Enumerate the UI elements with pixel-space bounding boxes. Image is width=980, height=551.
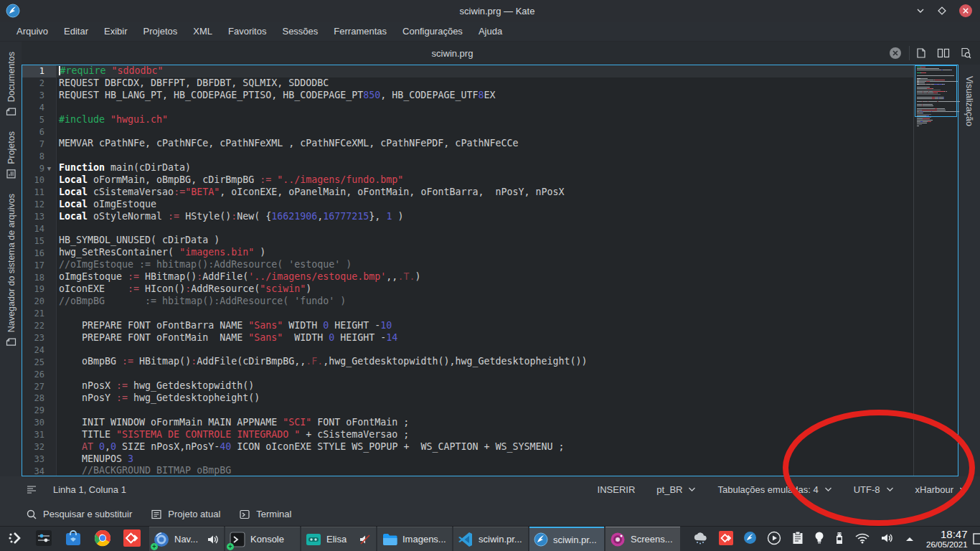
line-number[interactable]: 32 [22, 441, 56, 453]
toolview-pesquisar-e-substituir[interactable]: Pesquisar e substituir [26, 509, 132, 520]
code-line[interactable]: nPosX := hwg_Getdesktopwidth() [57, 380, 913, 392]
tray-expand-tray-icon[interactable] [905, 534, 915, 545]
launcher-chrome-icon[interactable] [94, 529, 111, 549]
task-nav-[interactable]: +Nav... [149, 527, 224, 551]
sidebar-tab-documentos[interactable]: Documentos [6, 44, 17, 124]
line-number[interactable]: 9▼ [22, 162, 56, 174]
code-line[interactable] [57, 308, 913, 320]
line-number[interactable]: 23 [22, 332, 56, 344]
menu-configurações[interactable]: Configurações [396, 23, 469, 39]
tray-kate-tray-icon[interactable] [743, 531, 757, 547]
launcher-anydesk-icon[interactable] [123, 529, 141, 549]
line-number[interactable]: 15 [22, 235, 56, 247]
task-sciwin-pr-[interactable]: sciwin.pr... [529, 527, 604, 551]
line-number[interactable]: 25 [22, 356, 56, 368]
maximize-button[interactable] [937, 6, 947, 16]
speaker-muted-icon[interactable] [359, 534, 372, 545]
line-number[interactable]: 27 [22, 380, 56, 392]
toolview-terminal[interactable]: Terminal [239, 509, 291, 520]
tab-close-icon[interactable] [889, 47, 902, 60]
line-number[interactable]: 26 [22, 368, 56, 380]
line-number[interactable]: 29 [22, 405, 56, 417]
code-line[interactable]: hwg_SetResContainer( "imagens.bin" ) [57, 247, 913, 259]
line-number[interactable]: 21 [22, 308, 56, 320]
status-pt-br[interactable]: pt_BR [656, 484, 696, 495]
line-number[interactable]: 17 [22, 259, 56, 271]
code-line[interactable] [57, 150, 913, 162]
task-sciwin-pr-[interactable]: sciwin.pr... [453, 527, 528, 551]
menu-editar[interactable]: Editar [57, 23, 95, 39]
launcher-kde-launcher-icon[interactable] [7, 530, 23, 548]
status-utf-8[interactable]: UTF-8 [854, 484, 894, 495]
menu-ferramentas[interactable]: Ferramentas [327, 23, 393, 39]
code-line[interactable] [57, 344, 913, 356]
code-line[interactable] [57, 405, 913, 417]
line-number[interactable]: 1 [22, 65, 56, 77]
line-number[interactable]: 14 [22, 223, 56, 235]
minimap-viewport[interactable] [915, 65, 957, 117]
code-line[interactable]: #include "hwgui.ch" [57, 114, 913, 126]
code-line[interactable]: MEMVAR cPathNFe, cPathNFCe, cPathNFeXML … [57, 138, 913, 150]
code-line[interactable]: oBmpBG := HBitmap():AddFile(cDirBmpBG,,.… [57, 356, 913, 368]
line-number[interactable]: 5 [22, 114, 56, 126]
close-button[interactable] [958, 4, 973, 18]
status-tabula-es-emuladas-4[interactable]: Tabulações emuladas: 4 [717, 484, 831, 495]
status-xharbour[interactable]: xHarbour [915, 484, 967, 495]
code-line[interactable]: Local oStyleNormal := HStyle():New( {166… [57, 211, 913, 223]
tray-weather-icon[interactable] [692, 531, 709, 547]
code-line[interactable]: MENUPOS 3 [57, 453, 913, 466]
line-number[interactable]: 31 [22, 429, 56, 441]
menu-exibir[interactable]: Exibir [98, 23, 134, 39]
line-number[interactable]: 18 [22, 271, 56, 283]
code-line[interactable]: //BACKGROUND BITMAP oBmpBG [57, 465, 913, 476]
menu-xml[interactable]: XML [187, 23, 219, 39]
cursor-position[interactable]: Linha 1, Coluna 1 [53, 484, 126, 495]
code-line[interactable] [57, 126, 913, 138]
line-number[interactable]: 2 [22, 77, 56, 90]
line-number[interactable]: 11 [22, 187, 56, 199]
tray-media-player-icon[interactable] [767, 531, 781, 547]
code-line[interactable]: Local cSistemaVersao:="BETA", oIconEXE, … [57, 187, 913, 199]
split-view-icon[interactable] [937, 48, 950, 58]
minimap-scrollbar[interactable] [913, 65, 958, 476]
tray-volume-icon[interactable] [880, 532, 895, 546]
line-number[interactable]: 8 [22, 150, 56, 162]
tray-clipboard-icon[interactable] [791, 531, 804, 547]
line-number[interactable]: 10 [22, 174, 56, 187]
line-number[interactable]: 4 [22, 102, 56, 114]
code-line[interactable]: REQUEST DBFCDX, DBFFPT, DBFDBT, SQLMIX, … [57, 77, 913, 90]
minimize-button[interactable] [915, 6, 925, 16]
code-line[interactable]: PREPARE FONT oFontMain NAME "Sans" WIDTH… [57, 332, 913, 344]
code-line[interactable]: nPosY := hwg_Getdesktopheight() [57, 392, 913, 405]
sidebar-tab-navegador[interactable]: Navegador do sistema de arquivos [6, 187, 17, 354]
launcher-panel-settings-icon[interactable] [35, 529, 52, 549]
tray-lamp-icon[interactable] [814, 531, 824, 547]
menu-sessões[interactable]: Sessões [275, 23, 324, 39]
task-konsole[interactable]: +Konsole [225, 527, 300, 551]
clock[interactable]: 18:47 26/05/2021 [922, 529, 972, 549]
sidebar-tab-projetos[interactable]: Projetos [6, 124, 17, 187]
tab-sciwin[interactable]: sciwin.prg [432, 48, 473, 59]
line-number[interactable]: 12 [22, 199, 56, 211]
tray-wifi-icon[interactable] [854, 532, 870, 546]
line-number-gutter[interactable]: 123456789▼101112131415161718192021222324… [22, 65, 57, 476]
line-number[interactable]: 33 [22, 453, 56, 466]
code-line[interactable]: HB_SYMBOL_UNUSED( cDirData ) [57, 235, 913, 247]
line-number[interactable]: 30 [22, 417, 56, 429]
launcher-discover-icon[interactable] [65, 529, 82, 549]
line-number[interactable]: 13 [22, 211, 56, 223]
code-line[interactable]: TITLE "SISTEMA DE CONTROLE INTEGRADO " +… [57, 429, 913, 441]
line-number[interactable]: 3 [22, 90, 56, 102]
show-desktop-button[interactable] [972, 527, 980, 551]
code-line[interactable]: INIT WINDOW oFormMain MAIN APPNAME "SCI"… [57, 417, 913, 429]
code-line[interactable]: //oBmpBG := hbitmap():AddResource( 'fund… [57, 296, 913, 308]
status-inserir[interactable]: INSERIR [598, 484, 636, 495]
line-number[interactable]: 20 [22, 296, 56, 308]
titlebar[interactable]: sciwin.prg — Kate [0, 0, 980, 22]
task-imagens-[interactable]: Imagens... [377, 527, 452, 551]
sidebar-tab-visualizacao[interactable]: Visualização [964, 67, 974, 135]
code-line[interactable] [57, 102, 913, 114]
task-elisa[interactable]: Elisa [301, 527, 376, 551]
new-document-icon[interactable] [915, 47, 927, 59]
code-line[interactable]: #require "sddodbc" [57, 65, 913, 77]
